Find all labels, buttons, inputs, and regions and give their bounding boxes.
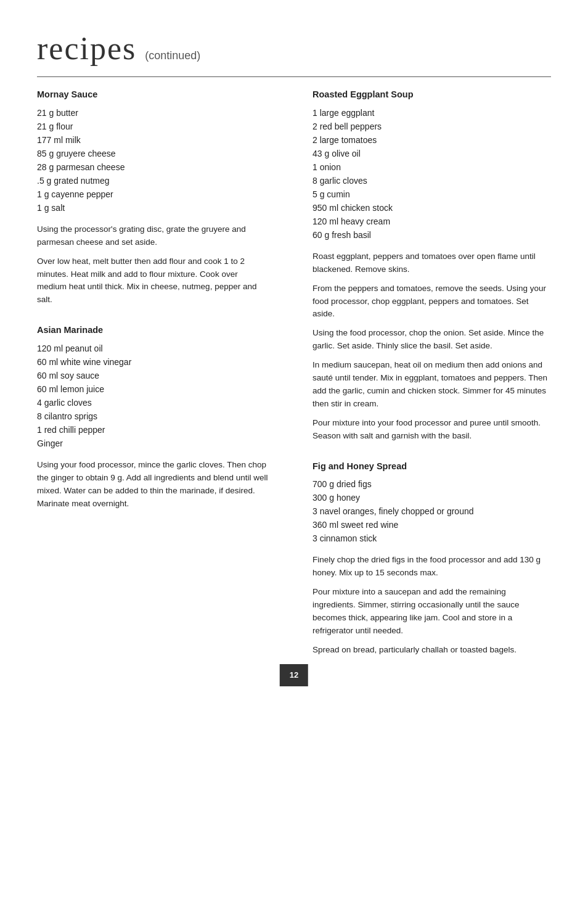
ingredient-item: 28 g parmesan cheese	[37, 161, 269, 174]
page-title: recipes	[37, 25, 136, 73]
instruction-paragraph: Spread on bread, particularly challah or…	[312, 644, 551, 657]
instruction-paragraph: Using the food processor, chop the onion…	[312, 327, 551, 353]
page-number: 12	[280, 664, 308, 686]
instruction-paragraph: Using your food processor, mince the gar…	[37, 459, 269, 511]
ingredient-item: 120 ml heavy cream	[312, 215, 551, 228]
instruction-paragraph: From the peppers and tomatoes, remove th…	[312, 282, 551, 321]
left-column: Mornay Sauce 21 g butter 21 g flour 177 …	[37, 88, 282, 674]
ingredient-item: 60 ml soy sauce	[37, 369, 269, 382]
ingredient-item: 8 cilantro sprigs	[37, 410, 269, 423]
ingredient-item: 60 g fresh basil	[312, 229, 551, 242]
ingredient-item: 950 ml chicken stock	[312, 202, 551, 215]
ingredient-list-fig-honey: 700 g dried figs 300 g honey 3 navel ora…	[312, 478, 551, 545]
ingredient-list-mornay: 21 g butter 21 g flour 177 ml milk 85 g …	[37, 107, 269, 215]
ingredient-item: 177 ml milk	[37, 134, 269, 147]
instruction-paragraph: Finely chop the dried figs in the food p…	[312, 554, 551, 580]
instruction-paragraph: Using the processor's grating disc, grat…	[37, 223, 269, 249]
page-header: recipes (continued)	[37, 25, 551, 73]
recipe-title-fig-honey: Fig and Honey Spread	[312, 460, 551, 474]
ingredient-item: 21 g flour	[37, 120, 269, 133]
ingredient-item: 8 garlic cloves	[312, 175, 551, 187]
ingredient-item: 360 ml sweet red wine	[312, 519, 551, 532]
recipe-title-mornay: Mornay Sauce	[37, 88, 269, 102]
instructions-asian-marinade: Using your food processor, mince the gar…	[37, 459, 269, 511]
ingredient-item: 1 red chilli pepper	[37, 424, 269, 437]
ingredient-item: Ginger	[37, 437, 269, 450]
instructions-mornay: Using the processor's grating disc, grat…	[37, 223, 269, 307]
recipe-mornay-sauce: Mornay Sauce 21 g butter 21 g flour 177 …	[37, 88, 269, 306]
ingredient-item: 1 onion	[312, 161, 551, 174]
instructions-fig-honey: Finely chop the dried figs in the food p…	[312, 554, 551, 656]
ingredient-item: 2 large tomatoes	[312, 134, 551, 147]
right-column: Roasted Eggplant Soup 1 large eggplant 2…	[306, 88, 551, 674]
recipe-asian-marinade: Asian Marinade 120 ml peanut oil 60 ml w…	[37, 324, 269, 510]
ingredient-list-eggplant-soup: 1 large eggplant 2 red bell peppers 2 la…	[312, 107, 551, 242]
ingredient-item: 5 g cumin	[312, 188, 551, 201]
recipe-roasted-eggplant-soup: Roasted Eggplant Soup 1 large eggplant 2…	[312, 88, 551, 443]
ingredient-item: 300 g honey	[312, 491, 551, 504]
ingredient-item: 2 red bell peppers	[312, 120, 551, 133]
ingredient-item: 3 cinnamon stick	[312, 532, 551, 545]
ingredient-item: 3 navel oranges, finely chopped or groun…	[312, 505, 551, 518]
header-divider	[37, 76, 551, 77]
ingredient-item: 43 g olive oil	[312, 147, 551, 160]
ingredient-item: 4 garlic cloves	[37, 397, 269, 409]
ingredient-item: 1 g cayenne pepper	[37, 188, 269, 201]
ingredient-item: 1 g salt	[37, 202, 269, 215]
ingredient-item: 120 ml peanut oil	[37, 342, 269, 355]
instruction-paragraph: Roast eggplant, peppers and tomatoes ove…	[312, 250, 551, 276]
page-footer: 12	[37, 674, 551, 711]
instruction-paragraph: In medium saucepan, heat oil on medium t…	[312, 359, 551, 411]
instructions-eggplant-soup: Roast eggplant, peppers and tomatoes ove…	[312, 250, 551, 443]
ingredient-item: 700 g dried figs	[312, 478, 551, 491]
instruction-paragraph: Over low heat, melt butter then add flou…	[37, 255, 269, 307]
ingredient-item: 21 g butter	[37, 107, 269, 120]
instruction-paragraph: Pour mixture into your food processor an…	[312, 417, 551, 443]
recipe-title-asian-marinade: Asian Marinade	[37, 324, 269, 337]
recipe-fig-honey-spread: Fig and Honey Spread 700 g dried figs 30…	[312, 460, 551, 657]
instruction-paragraph: Pour mixture into a saucepan and add the…	[312, 586, 551, 638]
page-subtitle: (continued)	[145, 49, 200, 62]
ingredient-item: 1 large eggplant	[312, 107, 551, 120]
ingredient-item: 60 ml lemon juice	[37, 383, 269, 396]
content-columns: Mornay Sauce 21 g butter 21 g flour 177 …	[37, 88, 551, 674]
ingredient-item: 60 ml white wine vinegar	[37, 356, 269, 369]
ingredient-item: 85 g gruyere cheese	[37, 147, 269, 160]
recipe-title-eggplant-soup: Roasted Eggplant Soup	[312, 88, 551, 102]
ingredient-item: .5 g grated nutmeg	[37, 175, 269, 187]
ingredient-list-asian-marinade: 120 ml peanut oil 60 ml white wine vineg…	[37, 342, 269, 450]
